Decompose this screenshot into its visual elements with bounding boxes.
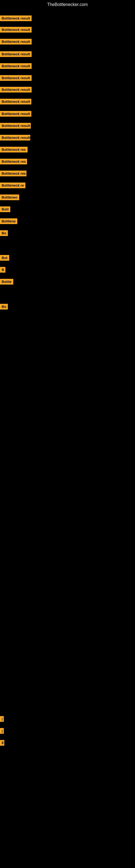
bottleneck-result-badge[interactable]: Bottleneck result <box>0 63 32 69</box>
bottleneck-result-badge[interactable]: Bottleneck result <box>0 99 31 104</box>
bottleneck-result-badge[interactable]: Bottleneck res <box>0 147 28 152</box>
bottleneck-result-badge[interactable]: Bottleneck result <box>0 123 31 129</box>
bottleneck-result-badge[interactable]: Bo <box>0 230 8 236</box>
bottleneck-result-badge[interactable]: Bottlenec <box>0 194 19 200</box>
bottleneck-result-badge[interactable]: Bottleneck result <box>0 87 32 93</box>
bottleneck-badge-container: Bottlene <box>0 218 17 225</box>
bottleneck-badge-container: Bottleneck result <box>0 123 31 130</box>
bottleneck-result-badge[interactable]: Bottleneck re <box>0 183 26 188</box>
bottleneck-result-badge[interactable]: | <box>0 716 4 722</box>
bottleneck-badge-container: Bo <box>0 304 8 311</box>
bottleneck-badge-container: Bottle <box>0 279 13 286</box>
bottleneck-badge-container: Bottleneck result <box>0 39 32 45</box>
bottleneck-result-badge[interactable]: Bot <box>0 255 9 261</box>
bottleneck-badge-container: Bottleneck result <box>0 99 31 105</box>
bottleneck-badge-container: Bottleneck result <box>0 135 30 142</box>
bottleneck-result-badge[interactable]: Bottleneck res <box>0 170 27 176</box>
bottleneck-badge-container: Bot <box>0 255 9 262</box>
bottleneck-result-badge[interactable]: Bottlene <box>0 218 17 224</box>
bottleneck-result-badge[interactable]: Bottleneck result <box>0 39 32 44</box>
bottleneck-badge-container: Bottleneck result <box>0 63 32 70</box>
bottleneck-badge-container: Bottleneck result <box>0 87 32 94</box>
bottleneck-badge-container: B <box>0 267 5 274</box>
bottleneck-result-badge[interactable]: Bottleneck result <box>0 111 31 117</box>
site-title: TheBottlenecker.com <box>0 0 135 9</box>
bottleneck-badge-container: Bottleneck result <box>0 27 32 34</box>
bottleneck-result-badge[interactable]: Bottleneck result <box>0 16 32 21</box>
bottleneck-badge-container: Bott <box>0 207 10 213</box>
bottleneck-result-badge[interactable]: B <box>0 267 5 273</box>
bottleneck-result-badge[interactable]: Bottleneck result <box>0 51 32 57</box>
bottleneck-badge-container: Bo <box>0 230 8 237</box>
bottleneck-result-badge[interactable]: Bottleneck result <box>0 75 32 81</box>
bottleneck-result-badge[interactable]: Bott <box>0 207 10 212</box>
bottleneck-badge-container: Bottleneck res <box>0 147 28 154</box>
bottleneck-result-badge[interactable]: E <box>0 740 4 746</box>
bottleneck-badge-container: Bottleneck result <box>0 51 32 58</box>
bottleneck-badge-container: Bottlenec <box>0 194 19 201</box>
bottleneck-badge-container: E <box>0 740 4 747</box>
bottleneck-result-badge[interactable]: Bottleneck result <box>0 27 32 33</box>
bottleneck-result-badge[interactable]: Bottle <box>0 279 13 284</box>
bottleneck-badge-container: Bottleneck re <box>0 183 26 189</box>
bottleneck-result-badge[interactable]: Bottleneck result <box>0 135 30 141</box>
bottleneck-result-badge[interactable]: Bo <box>0 304 8 310</box>
bottleneck-badge-container: | <box>0 716 4 723</box>
bottleneck-badge-container: Bottleneck result <box>0 111 31 118</box>
bottleneck-badge-container: Bottleneck result <box>0 75 32 82</box>
bottleneck-badge-container: Bottleneck res <box>0 170 27 177</box>
bottleneck-badge-container: Bottleneck res <box>0 159 27 165</box>
bottleneck-badge-container: | <box>0 728 4 735</box>
bottleneck-result-badge[interactable]: Bottleneck res <box>0 159 27 164</box>
bottleneck-result-badge[interactable]: | <box>0 728 4 734</box>
bottleneck-badge-container: Bottleneck result <box>0 16 32 22</box>
